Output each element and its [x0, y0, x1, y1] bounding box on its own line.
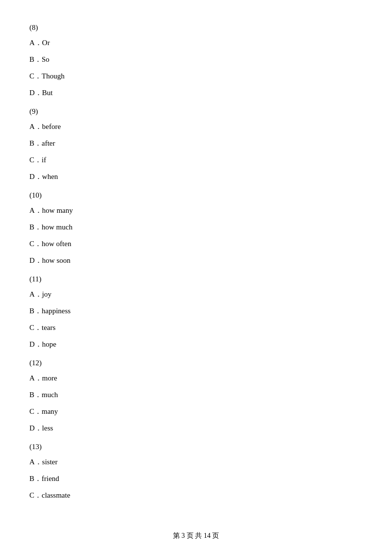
option-q13b[interactable]: B．friend: [29, 473, 363, 484]
option-q12c[interactable]: C．many: [29, 405, 363, 417]
option-q11a[interactable]: A．joy: [29, 288, 363, 300]
option-q9b[interactable]: B．after: [29, 137, 363, 149]
option-q11d[interactable]: D．hope: [29, 338, 363, 350]
option-q8b[interactable]: B．So: [29, 53, 363, 65]
option-q12d[interactable]: D．less: [29, 422, 363, 434]
option-q10d[interactable]: D．how soon: [29, 254, 363, 266]
footer-text: 第 3 页 共 14 页: [173, 532, 220, 539]
question-number-q11: (11): [29, 275, 363, 283]
option-q13c[interactable]: C．classmate: [29, 489, 363, 501]
question-number-q13: (13): [29, 443, 363, 451]
option-q10b[interactable]: B．how much: [29, 221, 363, 233]
option-q9a[interactable]: A．before: [29, 121, 363, 132]
main-content: (8)A．OrB．SoC．ThoughD．But(9)A．beforeB．aft…: [0, 0, 392, 535]
option-q12b[interactable]: B．much: [29, 389, 363, 401]
option-q10a[interactable]: A．how many: [29, 204, 363, 216]
option-q13a[interactable]: A．sister: [29, 456, 363, 468]
option-q12a[interactable]: A．more: [29, 372, 363, 384]
question-number-q10: (10): [29, 191, 363, 200]
option-q8c[interactable]: C．Though: [29, 70, 363, 82]
option-q8d[interactable]: D．But: [29, 87, 363, 99]
option-q9d[interactable]: D．when: [29, 171, 363, 182]
option-q10c[interactable]: C．how often: [29, 238, 363, 250]
page-footer: 第 3 页 共 14 页: [0, 531, 392, 540]
question-number-q12: (12): [29, 359, 363, 367]
option-q9c[interactable]: C．if: [29, 154, 363, 166]
option-q11b[interactable]: B．happiness: [29, 305, 363, 317]
option-q8a[interactable]: A．Or: [29, 37, 363, 49]
question-number-q9: (9): [29, 107, 363, 116]
question-number-q8: (8): [29, 24, 363, 32]
option-q11c[interactable]: C．tears: [29, 322, 363, 333]
